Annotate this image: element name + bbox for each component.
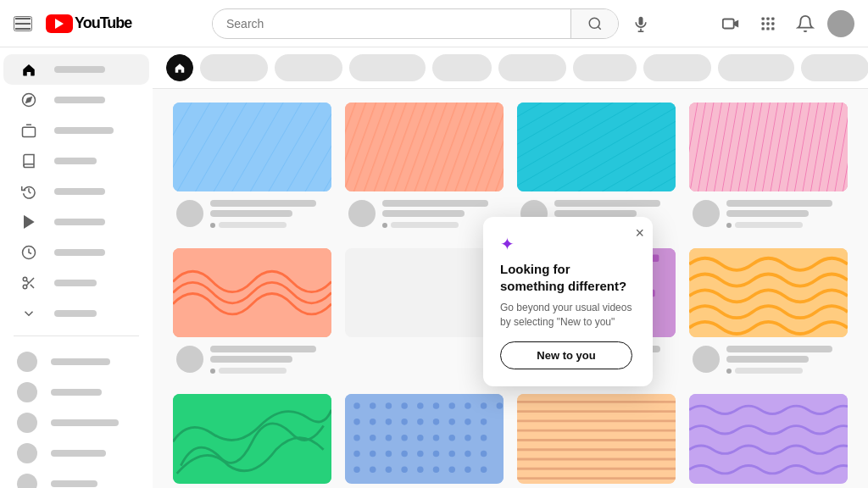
videos-label-line	[54, 219, 105, 225]
clips-label-line	[54, 280, 97, 286]
svg-point-105	[370, 467, 376, 474]
sidebar-item-clips[interactable]	[3, 268, 149, 298]
video-thumbnail[interactable]	[173, 248, 331, 337]
sidebar-sub-item[interactable]	[0, 408, 153, 438]
filter-chip-skeleton[interactable]	[498, 54, 566, 81]
header: YouTube	[0, 0, 868, 47]
video-camera-icon	[721, 14, 740, 33]
filter-chip-skeleton[interactable]	[275, 54, 342, 81]
svg-point-0	[589, 18, 599, 28]
svg-point-76	[497, 403, 503, 410]
new-to-you-button[interactable]: New to you	[500, 341, 632, 369]
video-thumbnail[interactable]	[345, 103, 504, 191]
header-right	[702, 8, 854, 39]
svg-point-102	[465, 451, 470, 458]
video-thumbnail[interactable]	[689, 103, 848, 191]
chevron-down-icon	[20, 305, 37, 322]
filter-chip-skeleton[interactable]	[801, 54, 868, 81]
video-thumbnail[interactable]	[517, 394, 676, 483]
video-dot	[382, 223, 387, 228]
sidebar-item-library[interactable]	[3, 146, 149, 176]
mic-button[interactable]	[626, 8, 656, 39]
svg-point-71	[417, 403, 423, 410]
svg-rect-9	[762, 22, 765, 25]
sidebar-subscriptions	[0, 343, 153, 488]
popup-title: Looking for something different?	[500, 261, 632, 294]
sidebar-item-videos[interactable]	[3, 207, 149, 237]
svg-rect-6	[762, 17, 765, 19]
video-title-line-2	[726, 210, 809, 217]
svg-point-101	[448, 451, 454, 458]
video-thumbnail[interactable]	[689, 394, 848, 483]
svg-point-20	[23, 277, 27, 281]
sidebar-sub-item[interactable]	[0, 377, 153, 408]
popup-close-button[interactable]: ×	[635, 225, 644, 241]
sidebar-sub-item[interactable]	[0, 438, 153, 469]
history-icon	[20, 183, 37, 200]
history-label-line	[54, 188, 105, 195]
video-titles	[382, 200, 500, 217]
sidebar-item-subscriptions[interactable]	[3, 115, 149, 146]
sidebar-item-explore[interactable]	[3, 85, 149, 115]
svg-rect-17	[23, 127, 36, 136]
sidebar-item-history[interactable]	[3, 176, 149, 207]
svg-point-90	[417, 435, 423, 441]
sidebar-item-more[interactable]	[3, 298, 149, 329]
video-dot	[726, 369, 732, 374]
video-thumbnail[interactable]	[689, 248, 848, 337]
youtube-logo[interactable]: YouTube	[46, 14, 131, 33]
svg-point-103	[481, 451, 487, 458]
subscriptions-icon	[20, 122, 37, 139]
filter-chip-skeleton[interactable]	[432, 54, 492, 81]
svg-point-21	[23, 285, 27, 289]
create-button[interactable]	[715, 8, 746, 39]
svg-point-73	[448, 403, 454, 410]
sidebar	[0, 47, 153, 488]
video-thumbnail[interactable]	[345, 394, 504, 483]
video-meta	[689, 346, 848, 374]
svg-rect-13	[766, 27, 769, 30]
svg-point-108	[417, 467, 423, 474]
apps-button[interactable]	[753, 8, 783, 39]
filter-chip-skeleton[interactable]	[573, 54, 637, 81]
youtube-logo-icon	[46, 14, 73, 33]
filter-chip-skeleton[interactable]	[718, 54, 794, 81]
home-filter-icon	[174, 62, 186, 74]
svg-rect-2	[639, 16, 643, 25]
svg-point-79	[386, 419, 392, 425]
search-bar	[212, 8, 619, 39]
svg-rect-10	[766, 22, 769, 25]
svg-point-67	[353, 403, 359, 410]
search-icon	[587, 16, 603, 31]
search-button[interactable]	[570, 8, 618, 39]
subs-label-line	[54, 127, 114, 134]
video-thumbnail[interactable]	[173, 103, 331, 191]
svg-point-86	[353, 435, 359, 441]
library-label-line	[54, 158, 97, 164]
svg-rect-5	[723, 19, 734, 28]
video-stats	[210, 368, 328, 374]
sub-label	[51, 419, 119, 426]
svg-rect-7	[766, 17, 769, 19]
video-card	[682, 394, 854, 488]
video-thumbnail[interactable]	[517, 103, 676, 191]
sidebar-item-watch-later[interactable]	[3, 237, 149, 268]
mic-icon	[632, 15, 649, 32]
svg-point-84	[465, 419, 470, 425]
sidebar-sub-item[interactable]	[0, 347, 153, 377]
search-input[interactable]	[213, 17, 570, 30]
video-thumbnail[interactable]	[173, 394, 331, 483]
sidebar-item-home[interactable]	[3, 54, 149, 85]
filter-chip-skeleton[interactable]	[349, 54, 426, 81]
sidebar-sub-item[interactable]	[0, 469, 153, 488]
svg-rect-30	[345, 103, 504, 191]
filter-chip-skeleton[interactable]	[200, 54, 268, 81]
svg-point-81	[417, 419, 423, 425]
filter-chip-skeleton[interactable]	[643, 54, 711, 81]
scissors-icon	[20, 274, 37, 291]
notifications-button[interactable]	[790, 8, 821, 39]
filter-chip-all[interactable]	[166, 54, 193, 81]
channel-avatar	[348, 200, 376, 227]
account-avatar[interactable]	[827, 10, 854, 37]
menu-button[interactable]	[14, 16, 32, 31]
